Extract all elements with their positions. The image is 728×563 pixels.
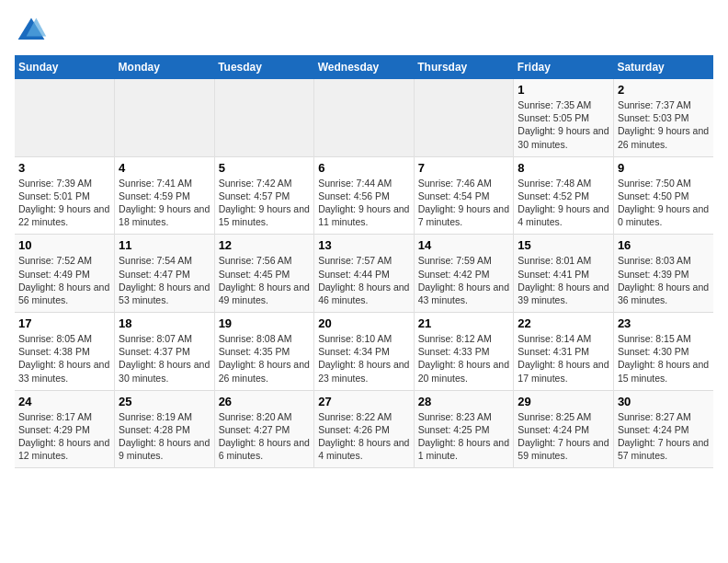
day-cell: [214, 79, 314, 156]
day-cell: 21Sunrise: 8:12 AM Sunset: 4:33 PM Dayli…: [414, 313, 514, 391]
week-row-2: 3Sunrise: 7:39 AM Sunset: 5:01 PM Daylig…: [15, 156, 713, 235]
column-header-saturday: Saturday: [613, 55, 713, 79]
day-cell: 6Sunrise: 7:44 AM Sunset: 4:56 PM Daylig…: [314, 156, 415, 235]
day-number: 14: [418, 238, 510, 252]
day-number: 16: [618, 238, 710, 252]
logo-icon: [15, 15, 48, 48]
day-info: Sunrise: 7:39 AM Sunset: 5:01 PM Dayligh…: [18, 177, 110, 229]
column-header-thursday: Thursday: [414, 55, 514, 79]
week-row-3: 10Sunrise: 7:52 AM Sunset: 4:49 PM Dayli…: [15, 235, 713, 313]
day-info: Sunrise: 8:23 AM Sunset: 4:25 PM Dayligh…: [418, 410, 510, 463]
day-number: 15: [518, 238, 609, 252]
day-number: 19: [219, 316, 311, 330]
day-number: 7: [418, 161, 510, 175]
day-info: Sunrise: 7:50 AM Sunset: 4:50 PM Dayligh…: [618, 177, 710, 229]
day-cell: 11Sunrise: 7:54 AM Sunset: 4:47 PM Dayli…: [115, 235, 215, 313]
header: [15, 15, 713, 48]
day-cell: [414, 79, 514, 156]
day-cell: 23Sunrise: 8:15 AM Sunset: 4:30 PM Dayli…: [613, 313, 713, 391]
day-number: 29: [518, 395, 609, 408]
day-cell: 30Sunrise: 8:27 AM Sunset: 4:24 PM Dayli…: [613, 390, 713, 468]
day-info: Sunrise: 7:42 AM Sunset: 4:57 PM Dayligh…: [219, 177, 311, 229]
day-info: Sunrise: 8:10 AM Sunset: 4:34 PM Dayligh…: [318, 332, 410, 385]
day-number: 27: [318, 395, 410, 408]
day-info: Sunrise: 7:56 AM Sunset: 4:45 PM Dayligh…: [219, 254, 311, 306]
logo: [15, 15, 51, 48]
day-number: 3: [18, 161, 110, 175]
day-info: Sunrise: 8:07 AM Sunset: 4:37 PM Dayligh…: [119, 332, 210, 385]
day-cell: 8Sunrise: 7:48 AM Sunset: 4:52 PM Daylig…: [514, 156, 614, 235]
day-info: Sunrise: 8:12 AM Sunset: 4:33 PM Dayligh…: [418, 332, 510, 385]
day-info: Sunrise: 8:17 AM Sunset: 4:29 PM Dayligh…: [18, 410, 110, 463]
week-row-4: 17Sunrise: 8:05 AM Sunset: 4:38 PM Dayli…: [15, 313, 713, 391]
day-info: Sunrise: 8:08 AM Sunset: 4:35 PM Dayligh…: [219, 332, 311, 385]
day-number: 5: [219, 161, 311, 175]
day-info: Sunrise: 7:35 AM Sunset: 5:05 PM Dayligh…: [518, 98, 609, 151]
day-info: Sunrise: 8:19 AM Sunset: 4:28 PM Dayligh…: [119, 410, 210, 463]
day-number: 10: [18, 238, 110, 252]
day-cell: 24Sunrise: 8:17 AM Sunset: 4:29 PM Dayli…: [15, 390, 115, 468]
column-header-sunday: Sunday: [15, 55, 115, 79]
week-row-1: 1Sunrise: 7:35 AM Sunset: 5:05 PM Daylig…: [15, 79, 713, 156]
day-cell: 27Sunrise: 8:22 AM Sunset: 4:26 PM Dayli…: [314, 390, 415, 468]
day-number: 20: [318, 316, 410, 330]
day-cell: 13Sunrise: 7:57 AM Sunset: 4:44 PM Dayli…: [314, 235, 415, 313]
day-number: 30: [618, 395, 710, 408]
day-cell: 18Sunrise: 8:07 AM Sunset: 4:37 PM Dayli…: [115, 313, 215, 391]
day-info: Sunrise: 7:57 AM Sunset: 4:44 PM Dayligh…: [318, 254, 410, 306]
day-info: Sunrise: 8:01 AM Sunset: 4:41 PM Dayligh…: [518, 254, 609, 306]
day-info: Sunrise: 8:20 AM Sunset: 4:27 PM Dayligh…: [219, 410, 311, 463]
day-number: 28: [418, 395, 510, 408]
day-info: Sunrise: 7:44 AM Sunset: 4:56 PM Dayligh…: [318, 177, 410, 229]
day-number: 6: [318, 161, 410, 175]
day-cell: 19Sunrise: 8:08 AM Sunset: 4:35 PM Dayli…: [214, 313, 314, 391]
day-number: 25: [119, 395, 210, 408]
day-info: Sunrise: 7:41 AM Sunset: 4:59 PM Dayligh…: [119, 177, 210, 229]
day-cell: [115, 79, 215, 156]
day-info: Sunrise: 7:46 AM Sunset: 4:54 PM Dayligh…: [418, 177, 510, 229]
calendar-table: SundayMondayTuesdayWednesdayThursdayFrid…: [15, 55, 713, 468]
day-cell: 4Sunrise: 7:41 AM Sunset: 4:59 PM Daylig…: [115, 156, 215, 235]
day-info: Sunrise: 8:22 AM Sunset: 4:26 PM Dayligh…: [318, 410, 410, 463]
column-header-tuesday: Tuesday: [214, 55, 314, 79]
day-number: 2: [618, 83, 710, 97]
day-info: Sunrise: 7:59 AM Sunset: 4:42 PM Dayligh…: [418, 254, 510, 306]
day-number: 13: [318, 238, 410, 252]
day-cell: 3Sunrise: 7:39 AM Sunset: 5:01 PM Daylig…: [15, 156, 115, 235]
day-number: 21: [418, 316, 510, 330]
day-cell: 9Sunrise: 7:50 AM Sunset: 4:50 PM Daylig…: [613, 156, 713, 235]
day-number: 4: [119, 161, 210, 175]
week-row-5: 24Sunrise: 8:17 AM Sunset: 4:29 PM Dayli…: [15, 390, 713, 468]
day-info: Sunrise: 8:25 AM Sunset: 4:24 PM Dayligh…: [518, 410, 609, 463]
column-header-friday: Friday: [514, 55, 614, 79]
day-cell: 28Sunrise: 8:23 AM Sunset: 4:25 PM Dayli…: [414, 390, 514, 468]
day-cell: [314, 79, 415, 156]
day-cell: 1Sunrise: 7:35 AM Sunset: 5:05 PM Daylig…: [514, 79, 614, 156]
day-cell: 14Sunrise: 7:59 AM Sunset: 4:42 PM Dayli…: [414, 235, 514, 313]
day-cell: 7Sunrise: 7:46 AM Sunset: 4:54 PM Daylig…: [414, 156, 514, 235]
day-number: 1: [518, 83, 609, 97]
day-info: Sunrise: 7:48 AM Sunset: 4:52 PM Dayligh…: [518, 177, 609, 229]
day-number: 12: [219, 238, 311, 252]
day-cell: 10Sunrise: 7:52 AM Sunset: 4:49 PM Dayli…: [15, 235, 115, 313]
day-cell: [15, 79, 115, 156]
day-info: Sunrise: 7:37 AM Sunset: 5:03 PM Dayligh…: [618, 98, 710, 151]
day-cell: 22Sunrise: 8:14 AM Sunset: 4:31 PM Dayli…: [514, 313, 614, 391]
header-row: SundayMondayTuesdayWednesdayThursdayFrid…: [15, 55, 713, 79]
day-cell: 20Sunrise: 8:10 AM Sunset: 4:34 PM Dayli…: [314, 313, 415, 391]
day-cell: 16Sunrise: 8:03 AM Sunset: 4:39 PM Dayli…: [613, 235, 713, 313]
day-number: 26: [219, 395, 311, 408]
day-info: Sunrise: 8:15 AM Sunset: 4:30 PM Dayligh…: [618, 332, 710, 385]
day-number: 8: [518, 161, 609, 175]
day-cell: 25Sunrise: 8:19 AM Sunset: 4:28 PM Dayli…: [115, 390, 215, 468]
day-number: 23: [618, 316, 710, 330]
day-cell: 2Sunrise: 7:37 AM Sunset: 5:03 PM Daylig…: [613, 79, 713, 156]
day-number: 17: [18, 316, 110, 330]
column-header-wednesday: Wednesday: [314, 55, 415, 79]
day-cell: 17Sunrise: 8:05 AM Sunset: 4:38 PM Dayli…: [15, 313, 115, 391]
day-number: 18: [119, 316, 210, 330]
day-cell: 5Sunrise: 7:42 AM Sunset: 4:57 PM Daylig…: [214, 156, 314, 235]
day-info: Sunrise: 7:54 AM Sunset: 4:47 PM Dayligh…: [119, 254, 210, 306]
day-info: Sunrise: 8:14 AM Sunset: 4:31 PM Dayligh…: [518, 332, 609, 385]
day-cell: 15Sunrise: 8:01 AM Sunset: 4:41 PM Dayli…: [514, 235, 614, 313]
